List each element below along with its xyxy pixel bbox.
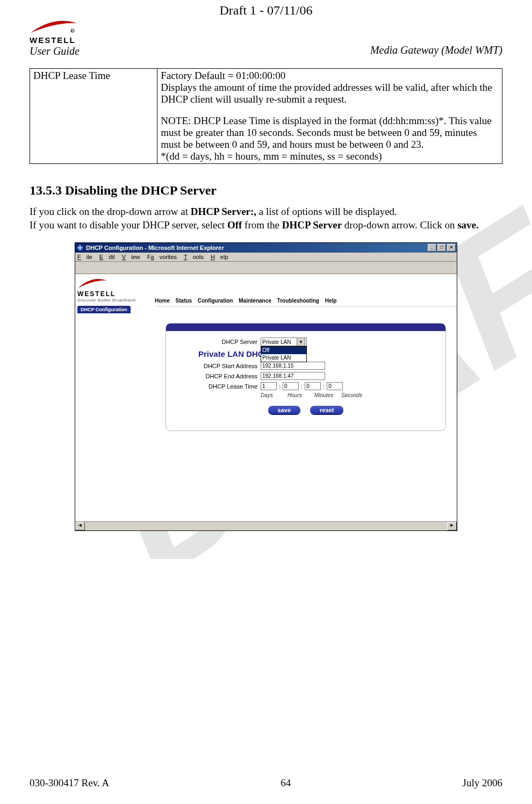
unit-minutes: Minutes <box>314 392 336 398</box>
body-p1b: DHCP Server:, <box>191 206 256 217</box>
nav-home[interactable]: Home <box>155 298 170 304</box>
nav-row: Home Status Configuration Maintenance Tr… <box>155 296 457 307</box>
start-address-input[interactable] <box>261 362 325 370</box>
window-title: DHCP Configuration - Microsoft Internet … <box>86 245 224 251</box>
body-p2d: DHCP Server <box>282 219 342 231</box>
ie-icon <box>76 244 84 252</box>
menu-edit[interactable]: Edit <box>99 254 115 260</box>
maximize-button[interactable]: □ <box>437 244 446 252</box>
logo-swoosh-icon: R <box>30 19 78 36</box>
dhcp-server-value: Private LAN <box>262 339 291 345</box>
option-off[interactable]: Off <box>261 347 306 354</box>
menu-help[interactable]: Help <box>211 254 228 260</box>
dhcp-lease-table: DHCP Lease Time Factory Default = 01:00:… <box>30 68 502 164</box>
chevron-down-icon[interactable]: ▼ <box>297 338 305 346</box>
unit-hours: Hours <box>287 392 309 398</box>
logo-brand-text: WESTELL <box>30 36 76 44</box>
scroll-right-icon[interactable]: ► <box>447 522 457 530</box>
mini-logo-text: WESTELL <box>77 290 116 298</box>
panel-topbar <box>166 324 445 331</box>
scroll-left-icon[interactable]: ◄ <box>75 522 85 530</box>
table-note: NOTE: DHCP Lease Time is displayed in th… <box>161 115 499 150</box>
lease-minutes-input[interactable] <box>305 382 321 390</box>
embedded-screenshot: DHCP Configuration - Microsoft Internet … <box>75 242 457 531</box>
end-address-input[interactable] <box>261 372 325 380</box>
table-right-cell: Factory Default = 01:00:00:00 Displays t… <box>157 69 502 164</box>
unit-days: Days <box>261 392 282 398</box>
menu-view[interactable]: View <box>122 254 140 260</box>
mini-tagline: Discover Better Broadband <box>77 298 136 303</box>
unit-seconds: Seconds <box>341 392 363 398</box>
panel-heading: Private LAN DHCP Settings <box>198 349 440 358</box>
window-titlebar: DHCP Configuration - Microsoft Internet … <box>75 243 457 253</box>
body-p2e: drop-down arrow. Click on <box>342 219 457 231</box>
close-button[interactable]: × <box>447 244 456 252</box>
user-guide-label: User Guide <box>30 45 80 58</box>
footer-right: July 2006 <box>463 777 502 789</box>
dhcp-panel: DHCP Server Private LAN ▼ Off Private LA… <box>166 323 446 431</box>
table-left-cell: DHCP Lease Time <box>30 69 157 164</box>
lease-days-input[interactable] <box>261 382 277 390</box>
menu-file[interactable]: File <box>77 254 92 260</box>
end-address-label: DHCP End Address <box>171 373 261 379</box>
menu-tools[interactable]: Tools <box>184 254 204 260</box>
nav-maintenance[interactable]: Maintenance <box>239 298 271 304</box>
menu-favorites[interactable]: Favorites <box>147 254 177 260</box>
header-model-label: Media Gateway (Model WMT) <box>370 44 502 58</box>
nav-troubleshooting[interactable]: Troubleshooting <box>277 298 319 304</box>
horizontal-scrollbar[interactable]: ◄ ► <box>75 521 457 530</box>
body-p2a: If you want to disable your DHCP server,… <box>30 219 227 231</box>
westell-logo: R WESTELL <box>30 19 80 44</box>
option-private-lan[interactable]: Private LAN <box>261 354 306 362</box>
dhcp-server-label: DHCP Server <box>171 339 261 345</box>
mini-logo-swoosh-icon <box>77 277 107 290</box>
svg-text:R: R <box>71 30 73 33</box>
footer-page-number: 64 <box>281 777 291 789</box>
body-p2b: Off <box>227 219 242 231</box>
section-heading: 13.5.3 Disabling the DHCP Server <box>30 183 502 198</box>
start-address-label: DHCP Start Address <box>171 363 261 369</box>
body-p1a: If you click on the drop-down arrow at <box>30 206 191 217</box>
subnav-pill[interactable]: DHCP Configuration <box>77 306 131 313</box>
save-button[interactable]: save <box>268 406 300 414</box>
toolbar-strip <box>75 262 457 274</box>
body-paragraph: If you click on the drop-down arrow at D… <box>30 205 502 232</box>
table-line1: Factory Default = 01:00:00:00 <box>161 70 499 82</box>
nav-status[interactable]: Status <box>176 298 192 304</box>
dhcp-server-dropdown-list: Off Private LAN <box>261 346 307 362</box>
lease-time-label: DHCP Lease Time <box>171 383 261 390</box>
page-footer: 030-300417 Rev. A 64 July 2006 <box>30 777 502 789</box>
nav-configuration[interactable]: Configuration <box>198 298 233 304</box>
minimize-button[interactable]: _ <box>428 244 436 252</box>
footer-left: 030-300417 Rev. A <box>30 777 109 789</box>
nav-help[interactable]: Help <box>325 298 337 304</box>
body-p1c: a list of options will be displayed. <box>256 206 397 217</box>
table-foot: *(dd = days, hh = hours, mm = minutes, s… <box>161 150 499 162</box>
draft-header: Draft 1 - 07/11/06 <box>30 0 502 18</box>
body-p2f: save. <box>457 219 479 231</box>
body-p2c: from the <box>242 219 282 231</box>
dhcp-server-select[interactable]: Private LAN ▼ <box>261 338 307 346</box>
lease-hours-input[interactable] <box>283 382 299 390</box>
menubar: File Edit View Favorites Tools Help <box>75 253 457 262</box>
lease-seconds-input[interactable] <box>327 382 343 390</box>
table-line2: Displays the amount of time the provided… <box>161 82 499 105</box>
reset-button[interactable]: reset <box>310 406 343 414</box>
